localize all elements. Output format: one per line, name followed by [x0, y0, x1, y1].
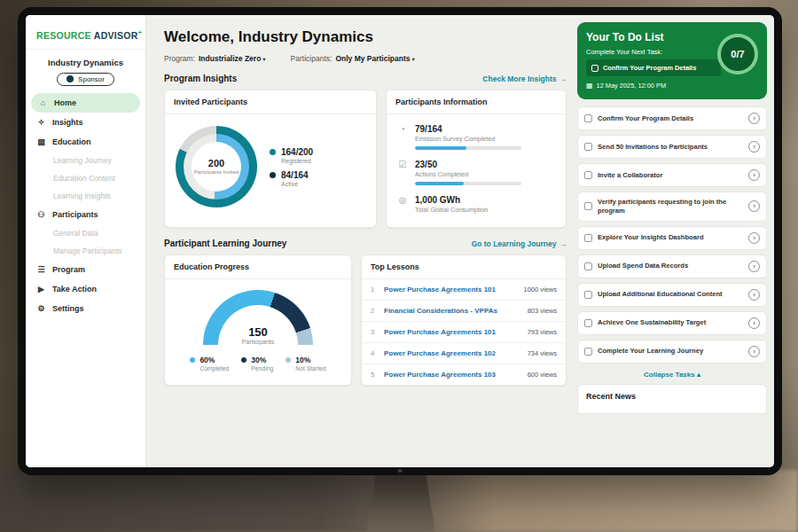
- task-row-confirm-program[interactable]: Confirm Your Program Details ›: [577, 106, 767, 130]
- task-row-upload-educational-content[interactable]: Upload Additional Educational Content ›: [577, 283, 767, 307]
- task-label: Achieve One Sustainability Target: [598, 318, 743, 327]
- chevron-right-icon[interactable]: ›: [748, 346, 760, 357]
- section-title: Participant Learning Journey: [164, 239, 286, 248]
- sidebar-item-label: Insights: [52, 118, 83, 127]
- next-task-button[interactable]: Confirm Your Program Details: [586, 59, 721, 76]
- task-row-invite-collaborator[interactable]: Invite a Collaborator ›: [577, 163, 767, 187]
- sidebar-item-general-data[interactable]: General Data: [26, 224, 145, 242]
- learning-cards-row: Education Progress 150 Participants: [164, 254, 567, 386]
- checkbox-icon[interactable]: [584, 262, 592, 270]
- program-filter-dropdown[interactable]: Industrialize Zero: [199, 54, 261, 63]
- todo-progress-value: 0/7: [731, 49, 744, 59]
- checkbox-icon[interactable]: [584, 319, 592, 327]
- main-content: Welcome, Industry Dynamics Program:Indus…: [146, 15, 577, 467]
- program-filter: Program:Industrialize Zero▾: [164, 54, 266, 63]
- chevron-right-icon[interactable]: ›: [748, 169, 760, 181]
- chevron-right-icon[interactable]: ›: [748, 232, 760, 244]
- settings-icon: ⚙: [36, 304, 46, 313]
- task-label: Explore Your Insights Dashboard: [598, 233, 743, 242]
- monitor-stand: [366, 473, 435, 532]
- checkbox-icon[interactable]: [584, 234, 592, 242]
- checklist-icon: ☑: [397, 160, 408, 185]
- sponsor-badge[interactable]: Sponsor: [57, 73, 114, 86]
- chevron-right-icon[interactable]: ›: [748, 141, 760, 153]
- stat-value: 1,000 GWh: [415, 195, 488, 205]
- lesson-title-link[interactable]: Power Purchase Agreements 103: [384, 371, 520, 379]
- task-row-upload-spend-data[interactable]: Upload Spend Data Records ›: [577, 254, 767, 278]
- checkbox-icon[interactable]: [584, 348, 592, 356]
- sidebar-item-learning-insights[interactable]: Learning Insights: [26, 187, 145, 205]
- go-to-learning-journey-link[interactable]: Go to Learning Journey→: [472, 239, 567, 248]
- sidebar-item-insights[interactable]: ✧Insights: [26, 113, 145, 132]
- checkbox-icon[interactable]: [584, 114, 592, 122]
- checkbox-icon[interactable]: [584, 291, 592, 299]
- legend-label: Pending: [251, 365, 273, 372]
- gauge-center-value: 150: [203, 325, 313, 339]
- participants-filter-dropdown[interactable]: Only My Participants: [335, 54, 410, 63]
- chevron-right-icon[interactable]: ›: [748, 200, 760, 212]
- lesson-title-link[interactable]: Financial Considerations - VPPAs: [384, 307, 520, 315]
- legend-value: 84/164: [281, 170, 309, 180]
- stat-label: Actions Completed: [415, 170, 521, 178]
- sidebar-item-education-content[interactable]: Education Content: [26, 169, 145, 187]
- lesson-rank: 3: [371, 328, 377, 336]
- checkbox-icon[interactable]: [584, 143, 592, 151]
- sidebar-item-home[interactable]: ⌂Home: [31, 93, 140, 113]
- legend-value: 30%: [251, 356, 273, 364]
- todo-panel: Your To Do List Complete Your Next Task:…: [577, 15, 774, 467]
- pending-dot-icon: [241, 357, 246, 363]
- sidebar-item-education[interactable]: ▤Education: [26, 132, 145, 152]
- lesson-title-link[interactable]: Power Purchase Agreements 102: [384, 349, 520, 357]
- sidebar-item-participants[interactable]: ⚇Participants: [26, 205, 145, 224]
- legend-value: 10%: [295, 356, 325, 364]
- lesson-title-link[interactable]: Power Purchase Agreements 101: [384, 286, 516, 293]
- lessons-list: 1 Power Purchase Agreements 101 1000 vie…: [362, 279, 566, 385]
- check-more-insights-link[interactable]: Check More Insights→: [482, 74, 567, 83]
- lesson-row[interactable]: 3 Power Purchase Agreements 101 793 view…: [362, 322, 566, 343]
- task-row-achieve-target[interactable]: Achieve One Sustainability Target ›: [577, 311, 767, 335]
- sidebar-item-take-action[interactable]: ▶Take Action: [26, 279, 145, 299]
- take-action-icon: ▶: [36, 285, 46, 293]
- sidebar-item-settings[interactable]: ⚙Settings: [26, 299, 145, 318]
- task-row-complete-learning-journey[interactable]: Complete Your Learning Journey ›: [577, 340, 767, 364]
- lesson-row[interactable]: 5 Power Purchase Agreements 103 600 view…: [362, 364, 566, 385]
- home-icon: ⌂: [38, 98, 48, 107]
- participants-filter: Participants:Only My Participants▾: [291, 54, 415, 63]
- stat-global-consumption: ◎ 1,000 GWh Total Global Consumption: [397, 195, 555, 214]
- stat-value: 23/50: [415, 160, 521, 169]
- todo-progress-ring: 0/7: [717, 34, 758, 74]
- sidebar-item-program[interactable]: ☰Program: [26, 260, 145, 279]
- lesson-row[interactable]: 1 Power Purchase Agreements 101 1000 vie…: [362, 279, 566, 301]
- collapse-tasks-link[interactable]: Collapse Tasks ▴: [577, 371, 767, 379]
- todo-summary-card: Your To Do List Complete Your Next Task:…: [577, 22, 767, 99]
- checkbox-icon[interactable]: [584, 202, 592, 210]
- sidebar-item-label: Participants: [52, 210, 98, 219]
- lesson-row[interactable]: 2 Financial Considerations - VPPAs 803 v…: [362, 301, 566, 322]
- task-row-send-invitations[interactable]: Send 50 Invitations to Participants ›: [577, 135, 767, 159]
- participants-filter-label: Participants:: [291, 54, 332, 63]
- checkbox-icon[interactable]: [591, 65, 598, 72]
- meter-icon: ◔: [397, 124, 408, 150]
- chevron-down-icon: ▾: [262, 56, 265, 62]
- card-title: Education Progress: [165, 255, 351, 279]
- task-row-verify-participants[interactable]: Verify participants requesting to join t…: [577, 192, 767, 222]
- chevron-right-icon[interactable]: ›: [748, 113, 760, 124]
- task-row-explore-insights[interactable]: Explore Your Insights Dashboard ›: [577, 226, 767, 250]
- card-title: Invited Participants: [165, 90, 376, 114]
- sponsor-icon: [66, 75, 74, 82]
- checkbox-icon[interactable]: [584, 171, 592, 179]
- lesson-title-link[interactable]: Power Purchase Agreements 101: [384, 328, 520, 336]
- chevron-right-icon[interactable]: ›: [748, 289, 760, 301]
- next-task-label: Confirm Your Program Details: [603, 64, 696, 72]
- sidebar-item-label: Education Content: [53, 174, 115, 183]
- lesson-views: 793 views: [528, 328, 557, 336]
- chevron-right-icon[interactable]: ›: [748, 317, 760, 329]
- lesson-row[interactable]: 4 Power Purchase Agreements 102 734 view…: [362, 343, 566, 364]
- invited-participants-donut-chart: 200 Participants Invited: [176, 126, 257, 207]
- sidebar-item-manage-participants[interactable]: Manage Participants: [26, 242, 145, 260]
- legend-label: Completed: [200, 365, 229, 372]
- chevron-right-icon[interactable]: ›: [748, 261, 760, 272]
- card-title: Participants Information: [387, 90, 566, 114]
- sidebar-item-learning-journey[interactable]: Learning Journey: [26, 152, 145, 169]
- monitor-led: [398, 469, 403, 473]
